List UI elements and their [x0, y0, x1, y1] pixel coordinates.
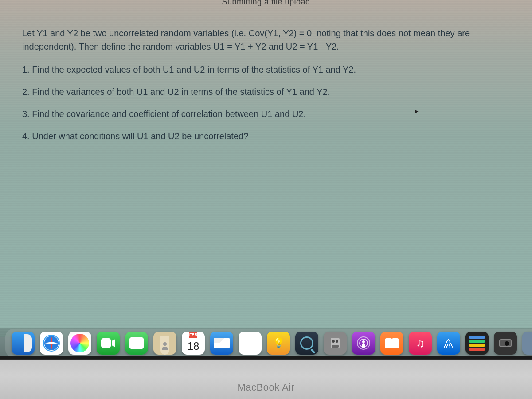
- contacts-icon[interactable]: [153, 332, 176, 355]
- svg-rect-5: [101, 338, 111, 348]
- problem-intro: Let Y1 and Y2 be two uncorrelated random…: [22, 27, 519, 53]
- header-text: Submitting a file upload: [222, 0, 310, 7]
- wallet-icon[interactable]: [466, 332, 489, 355]
- camera-icon[interactable]: [494, 332, 517, 355]
- question-list: 1. Find the expected values of both U1 a…: [22, 63, 519, 143]
- books-icon[interactable]: [380, 332, 403, 355]
- safari-icon[interactable]: [40, 332, 63, 355]
- preview-icon[interactable]: [295, 332, 318, 355]
- calendar-day: 18: [188, 338, 200, 355]
- photos-icon[interactable]: [68, 332, 91, 355]
- reminders-icon[interactable]: [239, 332, 262, 355]
- question-1: 1. Find the expected values of both U1 a…: [22, 63, 519, 76]
- calendar-icon[interactable]: FEB 18: [182, 332, 205, 355]
- tips-icon[interactable]: 💡: [267, 332, 290, 355]
- facetime-icon[interactable]: [97, 332, 120, 355]
- page-header-fragment: Submitting a file upload: [0, 0, 532, 13]
- svg-point-10: [332, 340, 335, 343]
- svg-point-15: [362, 340, 365, 343]
- cursor-icon: ➤: [413, 107, 420, 115]
- laptop-bezel: MacBook Air: [0, 359, 532, 399]
- appstore-icon[interactable]: ⩓: [437, 332, 460, 355]
- dock-wrap: FEB 18 💡 ♫ ⩓: [0, 328, 532, 358]
- screen-area: Submitting a file upload Let Y1 and Y2 b…: [0, 0, 532, 337]
- finder-icon[interactable]: [12, 332, 35, 355]
- question-2: 2. Find the variances of both U1 and U2 …: [22, 85, 519, 98]
- automator-icon[interactable]: [324, 332, 347, 355]
- app-icon[interactable]: [522, 332, 532, 355]
- svg-marker-6: [112, 339, 115, 347]
- svg-point-7: [163, 342, 167, 346]
- music-icon[interactable]: ♫: [409, 332, 432, 355]
- problem-content: Let Y1 and Y2 be two uncorrelated random…: [22, 27, 519, 152]
- question-4: 4. Under what conditions will U1 and U2 …: [22, 129, 519, 143]
- laptop-label: MacBook Air: [238, 382, 295, 393]
- question-3: 3. Find the covariance and coefficient o…: [22, 107, 519, 121]
- podcasts-icon[interactable]: [352, 332, 375, 355]
- svg-rect-12: [332, 345, 339, 348]
- svg-point-8: [162, 347, 168, 350]
- mail-icon[interactable]: [210, 332, 233, 355]
- calendar-month: FEB: [189, 332, 197, 338]
- svg-rect-16: [362, 343, 365, 348]
- messages-icon[interactable]: [125, 332, 148, 355]
- dock: FEB 18 💡 ♫ ⩓: [5, 329, 532, 357]
- svg-point-11: [336, 340, 338, 343]
